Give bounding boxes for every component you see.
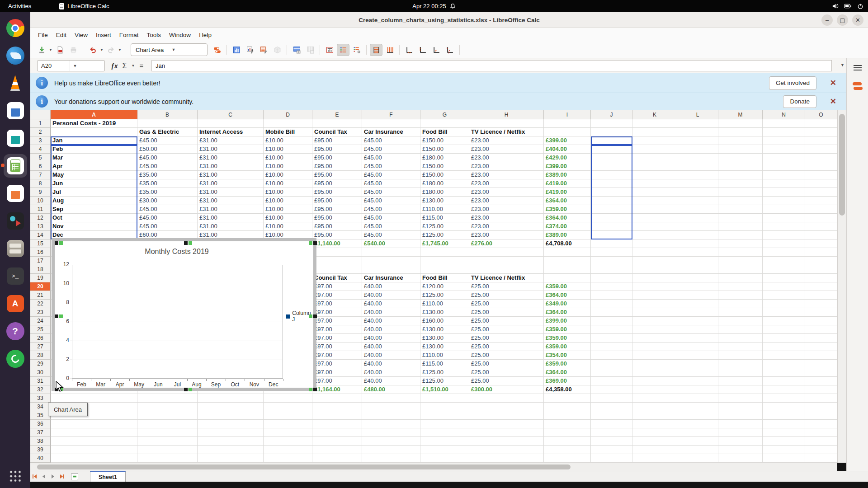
menu-window[interactable]: Window [165,29,195,41]
cell-F36[interactable] [362,420,420,428]
format-selection-icon[interactable] [211,44,223,56]
cell-G32[interactable]: £1,510.00 [420,385,469,394]
cell-N16[interactable] [763,248,805,257]
cell-E7[interactable]: £95.00 [312,171,362,179]
cell-M26[interactable] [718,334,763,343]
cell-L19[interactable] [677,274,718,282]
cell-B2[interactable]: Gas & Electric [137,128,198,136]
close-icon[interactable]: ✕ [830,78,836,88]
cell-O39[interactable] [805,446,837,454]
cell-I39[interactable] [544,446,591,454]
cell-L14[interactable] [677,231,718,239]
expand-formula-bar-icon[interactable]: ▼ [840,63,844,67]
dock-item-ubuntu-software[interactable]: A [4,292,27,315]
cell-J21[interactable] [591,291,632,300]
cell-D3[interactable]: £10.00 [264,136,312,145]
cell-G37[interactable] [420,428,469,437]
cell-L38[interactable] [677,437,718,446]
cell-E37[interactable] [312,428,362,437]
cell-K20[interactable] [632,282,677,291]
cell-F7[interactable]: £45.00 [362,171,420,179]
cell-H24[interactable]: £25.00 [469,317,544,325]
dock-item-vlc[interactable] [4,71,27,95]
cell-N20[interactable] [763,282,805,291]
cell-N11[interactable] [763,205,805,214]
cell-J35[interactable] [591,411,632,420]
cell-A5[interactable]: Mar [51,154,137,162]
cell-I31[interactable]: £369.00 [544,377,591,385]
cell-E6[interactable]: £95.00 [312,162,362,171]
cell-N30[interactable] [763,368,805,377]
chart-selection-handle[interactable] [313,241,317,245]
cell-M9[interactable] [718,188,763,197]
cell-E27[interactable]: £97.00 [312,343,362,351]
cell-L27[interactable] [677,343,718,351]
cell-F32[interactable]: £480.00 [362,385,420,394]
cell-I17[interactable] [544,257,591,265]
cell-F26[interactable]: £40.00 [362,334,420,343]
cell-H7[interactable]: £23.00 [469,171,544,179]
cell-G12[interactable]: £115.00 [420,214,469,222]
cell-C5[interactable]: £31.00 [198,154,264,162]
cell-N31[interactable] [763,377,805,385]
cell-O40[interactable] [805,454,837,463]
cell-O37[interactable] [805,428,837,437]
cell-O11[interactable] [805,205,837,214]
cell-L21[interactable] [677,291,718,300]
cell-F9[interactable]: £45.00 [362,188,420,197]
cell-E4[interactable]: £95.00 [312,145,362,154]
cell-L24[interactable] [677,317,718,325]
cell-D12[interactable]: £10.00 [264,214,312,222]
row-header-36[interactable]: 36 [30,420,51,428]
cell-O36[interactable] [805,420,837,428]
cell-F34[interactable] [362,403,420,411]
cell-O15[interactable] [805,239,837,248]
cell-L16[interactable] [677,248,718,257]
row-header-1[interactable]: 1 [30,119,51,128]
cell-I7[interactable]: £389.00 [544,171,591,179]
cell-C36[interactable] [198,420,264,428]
cell-G33[interactable] [420,394,469,403]
cell-C33[interactable] [198,394,264,403]
cell-I37[interactable] [544,428,591,437]
cell-G4[interactable]: £150.00 [420,145,469,154]
dock-item-system-monitor[interactable] [4,347,27,371]
cell-K30[interactable] [632,368,677,377]
cell-A12[interactable]: Oct [51,214,137,222]
cell-E22[interactable]: £97.00 [312,300,362,308]
cell-B40[interactable] [137,454,198,463]
cell-G21[interactable]: £125.00 [420,291,469,300]
cell-H2[interactable]: TV Licence / Netflix [469,128,544,136]
cell-E15[interactable]: £1,140.00 [312,239,362,248]
cell-F20[interactable]: £40.00 [362,282,420,291]
cell-L39[interactable] [677,446,718,454]
cell-J4[interactable] [591,145,632,154]
cell-B1[interactable] [137,119,198,128]
cell-G25[interactable]: £130.00 [420,325,469,334]
cell-F27[interactable]: £40.00 [362,343,420,351]
cell-K33[interactable] [632,394,677,403]
dock-item-show-applications[interactable] [4,465,27,488]
sheet-tab[interactable]: Sheet1 [90,471,126,482]
cell-B35[interactable] [137,411,198,420]
cell-I21[interactable]: £364.00 [544,291,591,300]
cell-G5[interactable]: £180.00 [420,154,469,162]
cell-O14[interactable] [805,231,837,239]
cell-J37[interactable] [591,428,632,437]
cell-I26[interactable]: £359.00 [544,334,591,343]
cell-O3[interactable] [805,136,837,145]
cell-J30[interactable] [591,368,632,377]
cell-B8[interactable]: £35.00 [137,179,198,188]
cell-O2[interactable] [805,128,837,136]
cell-I18[interactable] [544,265,591,274]
cell-G15[interactable]: £1,745.00 [420,239,469,248]
cell-J5[interactable] [591,154,632,162]
cell-F5[interactable]: £45.00 [362,154,420,162]
cell-I20[interactable]: £359.00 [544,282,591,291]
cell-M7[interactable] [718,171,763,179]
column-header-J[interactable]: J [591,110,632,119]
formula-input[interactable]: Jan [151,60,832,71]
cell-E39[interactable] [312,446,362,454]
cell-D7[interactable]: £10.00 [264,171,312,179]
cell-A7[interactable]: May [51,171,137,179]
